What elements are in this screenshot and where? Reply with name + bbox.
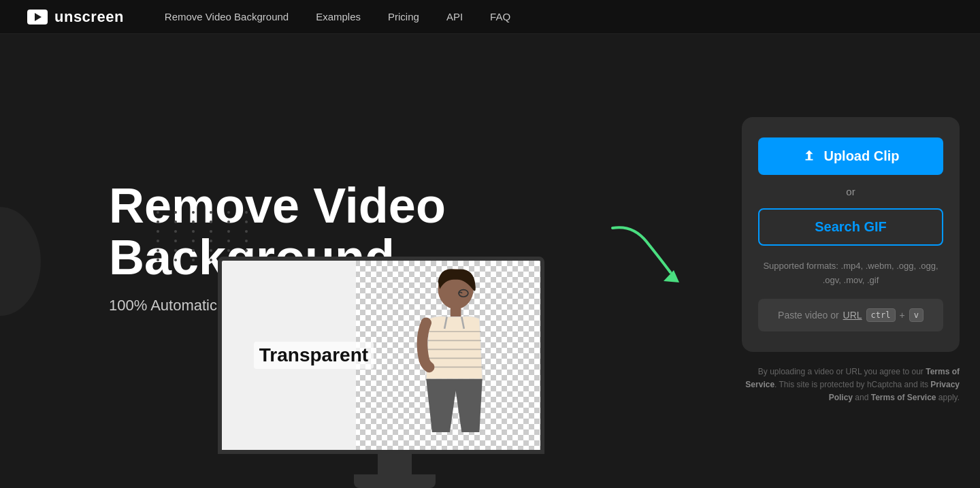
- nav-pricing[interactable]: Pricing: [388, 11, 419, 22]
- logo-text: unscreen: [54, 8, 124, 26]
- arrow-decoration: [606, 221, 687, 299]
- search-gif-button[interactable]: Search GIF: [758, 208, 943, 246]
- or-divider: or: [758, 186, 943, 197]
- paste-label: Paste video or: [778, 310, 839, 321]
- upload-btn-label: Upload Clip: [823, 148, 899, 164]
- hero-right: Upload Clip or Search GIF Supported form…: [721, 34, 980, 488]
- nav-remove-video[interactable]: Remove Video Background: [165, 11, 289, 22]
- supported-formats-text: Supported formats: .mp4, .webm, .ogg, .o…: [758, 259, 943, 288]
- nav-api[interactable]: API: [446, 11, 463, 22]
- nav-faq[interactable]: FAQ: [490, 11, 510, 22]
- transparent-label: Transparent: [254, 342, 374, 369]
- upload-card: Upload Clip or Search GIF Supported form…: [742, 117, 960, 352]
- terms-text: By uploading a video or URL you agree to…: [742, 365, 960, 405]
- navbar: unscreen Remove Video Background Example…: [0, 0, 980, 34]
- nav-examples[interactable]: Examples: [316, 11, 361, 22]
- person-silhouette: [381, 261, 525, 450]
- monitor-screen: Transparent: [218, 257, 544, 454]
- ctrl-key: ctrl: [866, 308, 896, 322]
- hero-section: Remove Video Background 100% Automatical…: [0, 34, 980, 488]
- logo[interactable]: unscreen: [27, 8, 124, 26]
- upload-clip-button[interactable]: Upload Clip: [758, 137, 943, 175]
- upload-icon: [802, 149, 817, 164]
- paste-area: Paste video or URL ctrl + v: [758, 299, 943, 331]
- search-gif-label: Search GIF: [815, 219, 887, 234]
- terms-of-service-link-2[interactable]: Terms of Service: [871, 393, 936, 402]
- monitor-stand-base: [354, 474, 436, 488]
- hero-left: Remove Video Background 100% Automatical…: [0, 34, 721, 488]
- monitor-illustration: Transparent: [218, 257, 572, 488]
- dot-grid-decoration: [157, 211, 256, 261]
- monitor-stand-neck: [378, 454, 412, 474]
- nav-links: Remove Video Background Examples Pricing…: [165, 11, 510, 23]
- paste-url[interactable]: URL: [843, 310, 862, 321]
- v-key: v: [909, 308, 924, 322]
- logo-icon: [27, 10, 48, 25]
